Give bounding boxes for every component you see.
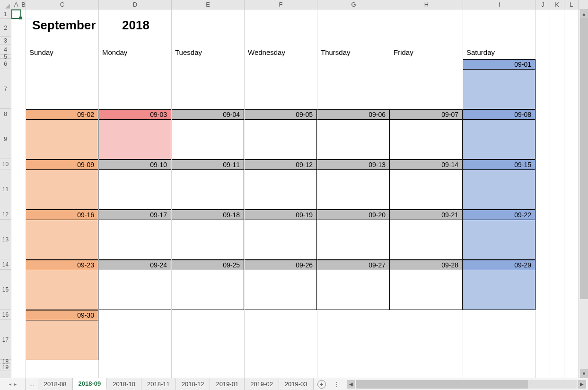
vertical-scroll-thumb[interactable] <box>580 18 588 299</box>
tab-nav-prev-icon[interactable]: ◂ <box>9 381 11 387</box>
sheet-tab-2018-08[interactable]: 2018-08 <box>38 378 73 390</box>
scroll-up-button[interactable]: ▲ <box>580 9 588 18</box>
date-empty[interactable] <box>98 59 171 70</box>
horizontal-scrollbar[interactable]: ◀ ▶ <box>344 378 588 390</box>
date-body-09-20[interactable] <box>317 220 390 260</box>
date-header-09-21[interactable]: 09-21 <box>390 210 463 220</box>
date-empty[interactable] <box>317 320 390 360</box>
date-body-09-06[interactable] <box>317 120 390 160</box>
tab-overflow-ellipsis[interactable]: ... <box>26 378 38 390</box>
sheet-tab-2018-10[interactable]: 2018-10 <box>107 378 141 390</box>
column-header-J[interactable]: J <box>536 0 550 9</box>
date-header-09-28[interactable]: 09-28 <box>390 260 463 270</box>
date-header-09-02[interactable]: 09-02 <box>26 109 98 120</box>
date-header-09-25[interactable]: 09-25 <box>171 260 244 270</box>
date-empty[interactable] <box>390 59 463 70</box>
date-header-09-09[interactable]: 09-09 <box>26 160 98 170</box>
date-header-09-16[interactable]: 09-16 <box>26 210 98 220</box>
date-empty[interactable] <box>171 70 244 109</box>
date-body-09-18[interactable] <box>171 220 244 260</box>
column-header-E[interactable]: E <box>172 0 245 9</box>
row-header-19[interactable]: 19 <box>0 363 11 371</box>
date-header-09-26[interactable]: 09-26 <box>244 260 317 270</box>
scroll-left-button[interactable]: ◀ <box>347 380 355 389</box>
horizontal-scroll-thumb[interactable] <box>356 380 528 389</box>
date-header-09-22[interactable]: 09-22 <box>463 210 535 220</box>
date-empty[interactable] <box>390 320 463 360</box>
row-header-9[interactable]: 9 <box>0 119 11 159</box>
date-body-09-07[interactable] <box>390 120 463 160</box>
date-body-09-11[interactable] <box>171 170 244 210</box>
sheet-tab-2019-03[interactable]: 2019-03 <box>279 378 314 390</box>
sheet-tab-2018-12[interactable]: 2018-12 <box>176 378 211 390</box>
column-header-A[interactable]: A <box>11 0 21 9</box>
row-header-17[interactable]: 17 <box>0 320 11 360</box>
date-empty[interactable] <box>244 70 317 109</box>
row-header-15[interactable]: 15 <box>0 270 11 310</box>
date-header-09-15[interactable]: 09-15 <box>463 160 535 170</box>
date-body-09-22[interactable] <box>463 220 535 260</box>
date-header-09-19[interactable]: 09-19 <box>244 210 317 220</box>
row-header-3[interactable]: 3 <box>0 37 11 44</box>
tab-nav-buttons[interactable]: ◂ ▸ <box>0 378 26 390</box>
date-body-09-25[interactable] <box>171 270 244 310</box>
date-body-09-13[interactable] <box>317 170 390 210</box>
date-body-09-26[interactable] <box>244 270 317 310</box>
date-body-09-27[interactable] <box>317 270 390 310</box>
date-header-09-14[interactable]: 09-14 <box>390 160 463 170</box>
date-body-09-09[interactable] <box>26 170 98 210</box>
scroll-down-button[interactable]: ▼ <box>580 369 588 378</box>
date-body-09-24[interactable] <box>98 270 171 310</box>
date-empty[interactable] <box>171 320 244 360</box>
date-body-09-05[interactable] <box>244 120 317 160</box>
sheet-tab-2018-11[interactable]: 2018-11 <box>141 378 176 390</box>
date-header-09-08[interactable]: 09-08 <box>463 109 535 120</box>
column-header-C[interactable]: C <box>26 0 99 9</box>
date-body-09-10[interactable] <box>98 170 171 210</box>
column-header-B[interactable]: B <box>21 0 26 9</box>
date-body-09-17[interactable] <box>98 220 171 260</box>
row-header-1[interactable]: 1 <box>0 9 11 19</box>
column-header-H[interactable]: H <box>390 0 463 9</box>
date-empty[interactable] <box>244 320 317 360</box>
date-body-09-03[interactable] <box>98 120 171 160</box>
column-header-K[interactable]: K <box>550 0 564 9</box>
column-header-D[interactable]: D <box>99 0 172 9</box>
horizontal-scroll-track[interactable] <box>356 380 577 389</box>
date-header-09-30[interactable]: 09-30 <box>26 310 98 320</box>
date-empty[interactable] <box>463 310 535 320</box>
date-header-09-10[interactable]: 09-10 <box>98 160 171 170</box>
date-body-09-19[interactable] <box>244 220 317 260</box>
row-header-8[interactable]: 8 <box>0 109 11 119</box>
select-all-corner[interactable] <box>0 0 11 9</box>
row-header-18[interactable]: 18 <box>0 360 11 363</box>
date-body-09-08[interactable] <box>463 120 535 160</box>
row-header-2[interactable]: 2 <box>0 19 11 37</box>
date-header-09-17[interactable]: 09-17 <box>98 210 171 220</box>
date-empty[interactable] <box>244 59 317 70</box>
date-empty[interactable] <box>98 320 171 360</box>
vertical-scrollbar[interactable]: ▲ ▼ <box>579 9 588 378</box>
row-header-10[interactable]: 10 <box>0 159 11 169</box>
date-header-09-23[interactable]: 09-23 <box>26 260 98 270</box>
row-header-13[interactable]: 13 <box>0 220 11 259</box>
date-body-09-01[interactable] <box>463 70 535 109</box>
row-header-7[interactable]: 7 <box>0 69 11 109</box>
date-header-09-03[interactable]: 09-03 <box>98 109 171 120</box>
date-body-09-04[interactable] <box>171 120 244 160</box>
tab-options-icon[interactable]: ⋮ <box>330 378 344 390</box>
column-header-I[interactable]: I <box>463 0 536 9</box>
sheet-tab-2019-01[interactable]: 2019-01 <box>210 378 245 390</box>
date-header-09-24[interactable]: 09-24 <box>98 260 171 270</box>
date-empty[interactable] <box>317 310 390 320</box>
row-header-6[interactable]: 6 <box>0 59 11 69</box>
date-body-09-02[interactable] <box>26 120 98 160</box>
date-body-09-28[interactable] <box>390 270 463 310</box>
row-header-16[interactable]: 16 <box>0 310 11 320</box>
vertical-scroll-track[interactable] <box>580 18 588 369</box>
date-header-09-12[interactable]: 09-12 <box>244 160 317 170</box>
date-header-09-07[interactable]: 09-07 <box>390 109 463 120</box>
date-empty[interactable] <box>98 310 171 320</box>
date-empty[interactable] <box>171 310 244 320</box>
date-empty[interactable] <box>317 59 390 70</box>
